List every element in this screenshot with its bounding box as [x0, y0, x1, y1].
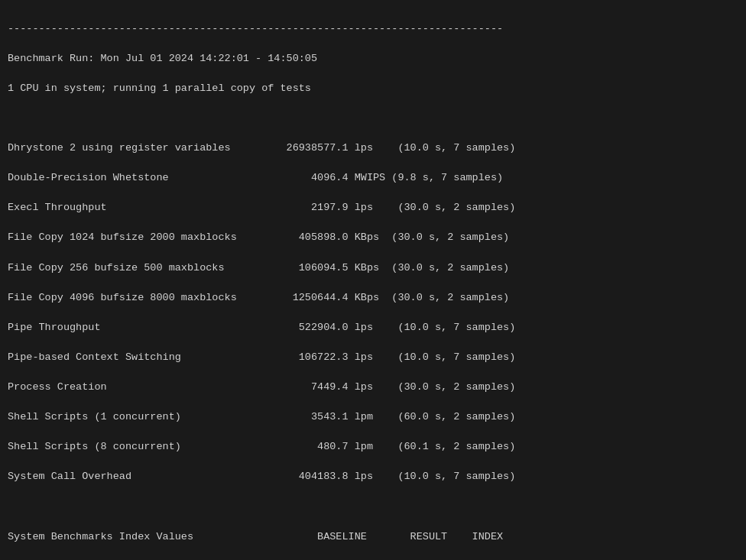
benchmark-dhrystone: Dhrystone 2 using register variables 269… — [8, 142, 515, 154]
benchmark-execl: Execl Throughput 2197.9 lps (30.0 s, 2 s… — [8, 202, 515, 213]
benchmark-shell1: Shell Scripts (1 concurrent) 3543.1 lpm … — [8, 411, 515, 422]
benchmark-whetstone: Double-Precision Whetstone 4096.4 MWIPS … — [8, 172, 503, 183]
benchmark-pipe: Pipe Throughput 522904.0 lps (10.0 s, 7 … — [8, 322, 515, 333]
divider-top: ----------------------------------------… — [8, 23, 503, 34]
benchmark-filecopy1024: File Copy 1024 bufsize 2000 maxblocks 40… — [8, 231, 509, 243]
terminal-output: ----------------------------------------… — [8, 6, 738, 560]
benchmark-shell8: Shell Scripts (8 concurrent) 480.7 lpm (… — [8, 441, 515, 452]
benchmark-pipe-context: Pipe-based Context Switching 106722.3 lp… — [8, 351, 515, 363]
benchmark-process: Process Creation 7449.4 lps (30.0 s, 2 s… — [8, 381, 515, 393]
benchmark-filecopy256: File Copy 256 bufsize 500 maxblocks 1060… — [8, 262, 509, 274]
benchmark-filecopy4096: File Copy 4096 bufsize 8000 maxblocks 12… — [8, 292, 509, 303]
cpu-line: 1 CPU in system; running 1 parallel copy… — [8, 83, 311, 94]
benchmark-syscall: System Call Overhead 404183.8 lps (10.0 … — [8, 471, 515, 482]
run-line: Benchmark Run: Mon Jul 01 2024 14:22:01 … — [8, 53, 317, 64]
index-header: System Benchmarks Index Values BASELINE … — [8, 531, 503, 542]
